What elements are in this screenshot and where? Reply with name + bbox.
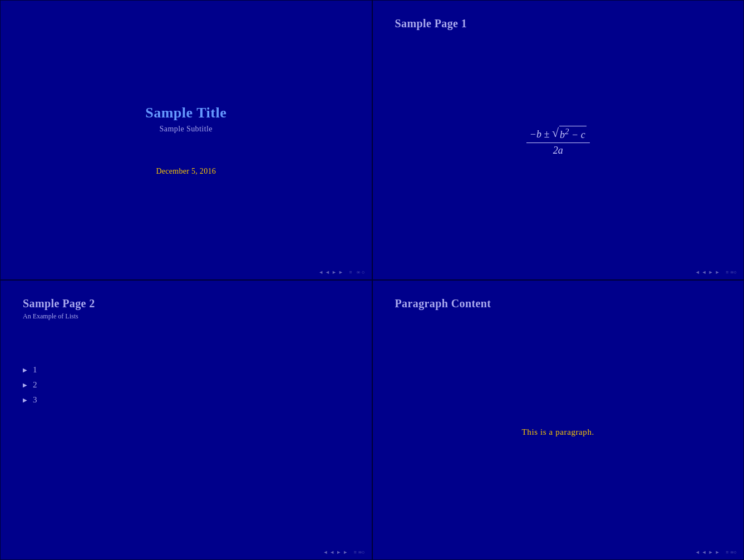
slide-3-nav: ◄ ◄ ► ► ≡ ∞○ bbox=[1, 549, 372, 555]
slide-2-nav: ◄ ◄ ► ► ≡ ∞○ bbox=[373, 269, 744, 275]
slide-4-heading: Paragraph Content bbox=[395, 297, 722, 310]
nav3-zoom: ∞○ bbox=[358, 549, 365, 555]
nav3-left1: ◄ bbox=[323, 549, 328, 555]
nav2-left2: ◄ bbox=[702, 269, 707, 275]
list-item-3: ▶ 3 bbox=[23, 395, 349, 405]
nav-eq: ≡ bbox=[349, 269, 352, 275]
slide-3-subheading: An Example of Lists bbox=[23, 312, 349, 321]
nav2-zoom: ∞○ bbox=[730, 269, 737, 275]
nav3-eq: ≡ bbox=[354, 549, 357, 555]
nav-left1: ◄ bbox=[318, 269, 323, 275]
nav-right2: ► bbox=[338, 269, 343, 275]
slide-4-nav: ◄ ◄ ► ► ≡ ∞○ bbox=[373, 549, 744, 555]
list-label-3: 3 bbox=[33, 395, 37, 405]
list-label-1: 1 bbox=[33, 365, 37, 375]
date-text: December 5, 2016 bbox=[145, 167, 226, 176]
paragraph-text: This is a paragraph. bbox=[522, 428, 594, 437]
nav4-sep bbox=[722, 549, 725, 555]
nav-home bbox=[353, 269, 354, 275]
bullet-3: ▶ bbox=[23, 397, 27, 403]
sqrt-symbol: √ bbox=[552, 127, 559, 139]
slide-3: Sample Page 2 An Example of Lists ▶ 1 ▶ … bbox=[0, 280, 372, 560]
list-label-2: 2 bbox=[33, 380, 37, 390]
main-title: Sample Title bbox=[145, 105, 226, 121]
plus-minus: ± bbox=[544, 128, 552, 139]
nav2-right1: ► bbox=[708, 269, 713, 275]
nav-zoom2: ○ bbox=[362, 269, 364, 275]
nav3-right1: ► bbox=[336, 549, 341, 555]
list-items: ▶ 1 ▶ 2 ▶ 3 bbox=[23, 365, 349, 405]
frac-denominator: 2a bbox=[553, 143, 563, 156]
slide-2: Sample Page 1 −b ± √ b2 − c 2a ◄ ◄ ► ► ≡… bbox=[372, 0, 745, 280]
sub-title: Sample Subtitle bbox=[145, 125, 226, 134]
nav2-sep bbox=[722, 269, 725, 275]
nav2-eq: ≡ bbox=[726, 269, 728, 275]
list-item-2: ▶ 2 bbox=[23, 380, 349, 390]
bullet-2: ▶ bbox=[23, 382, 27, 388]
fraction: −b ± √ b2 − c 2a bbox=[526, 126, 590, 156]
nav4-right2: ► bbox=[715, 549, 720, 555]
math-formula: −b ± √ b2 − c 2a bbox=[395, 41, 722, 240]
nav3-right2: ► bbox=[343, 549, 348, 555]
frac-numerator: −b ± √ b2 − c bbox=[526, 126, 590, 143]
denom-text: 2a bbox=[553, 145, 563, 156]
bullet-1: ▶ bbox=[23, 367, 27, 373]
nav2-left1: ◄ bbox=[695, 269, 700, 275]
sqrt-wrapper: √ b2 − c bbox=[552, 126, 587, 141]
slide-3-heading: Sample Page 2 bbox=[23, 297, 349, 310]
nav2-right2: ► bbox=[715, 269, 720, 275]
slide-1: Sample Title Sample Subtitle December 5,… bbox=[0, 0, 372, 280]
nav-zoom1: ∞ bbox=[357, 269, 360, 275]
slide-2-heading: Sample Page 1 bbox=[395, 17, 722, 30]
nav3-sep bbox=[349, 549, 352, 555]
nav4-left2: ◄ bbox=[702, 549, 707, 555]
slide-4: Paragraph Content This is a paragraph. ◄… bbox=[372, 280, 745, 560]
paragraph-area: This is a paragraph. bbox=[395, 321, 722, 543]
nav4-zoom: ∞○ bbox=[730, 549, 737, 555]
nav-sep bbox=[345, 269, 348, 275]
nav4-left1: ◄ bbox=[695, 549, 700, 555]
nav4-eq: ≡ bbox=[726, 549, 728, 555]
sqrt-content: b2 − c bbox=[559, 126, 587, 141]
slide-1-nav: ◄ ◄ ► ► ≡ ∞ ○ bbox=[1, 269, 372, 275]
nav-left2: ◄ bbox=[325, 269, 330, 275]
list-item-1: ▶ 1 bbox=[23, 365, 349, 375]
nav-right1: ► bbox=[332, 269, 337, 275]
slide-1-content: Sample Title Sample Subtitle December 5,… bbox=[145, 105, 226, 176]
nav3-left2: ◄ bbox=[329, 549, 334, 555]
minus-b: −b bbox=[530, 128, 541, 139]
nav4-right1: ► bbox=[708, 549, 713, 555]
